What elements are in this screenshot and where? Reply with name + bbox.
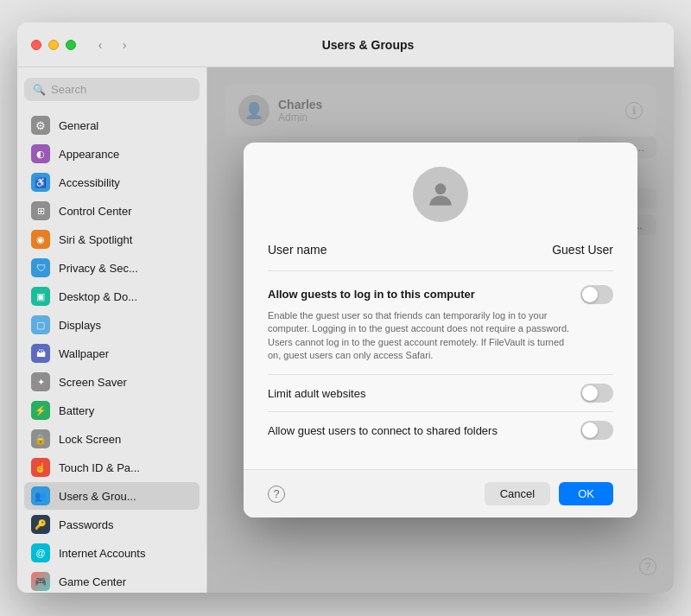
person-icon <box>424 178 457 211</box>
lock-screen-icon: 🔒 <box>31 429 50 448</box>
user-name-label: User name <box>268 243 326 257</box>
sidebar-item-label-appearance: Appearance <box>59 148 119 161</box>
ok-button[interactable]: OK <box>559 482 613 505</box>
sidebar-item-label-game-center: Game Center <box>59 575 126 588</box>
sidebar-item-touch-id[interactable]: ☝ Touch ID & Pa... <box>24 454 200 481</box>
modal-body: User name Guest User Allow guests to log… <box>244 143 637 470</box>
sidebar-item-users-groups[interactable]: 👥 Users & Grou... <box>24 482 200 510</box>
appearance-icon: ◐ <box>31 144 50 163</box>
desktop-icon: ▣ <box>31 287 50 306</box>
guest-user-label: Guest User <box>552 243 613 257</box>
guest-avatar <box>413 167 468 222</box>
sidebar-item-passwords[interactable]: 🔑 Passwords <box>24 511 200 538</box>
sidebar-item-internet-accounts[interactable]: @ Internet Accounts <box>24 539 200 567</box>
limit-adult-label: Limit adult websites <box>268 387 365 400</box>
sidebar-item-control-center[interactable]: ⊞ Control Center <box>24 197 200 225</box>
shared-folders-label: Allow guest users to connect to shared f… <box>268 424 498 437</box>
sidebar-item-label-accessibility: Accessibility <box>59 176 120 189</box>
sidebar-item-general[interactable]: ⚙ General <box>24 111 200 139</box>
limit-adult-knob <box>582 385 598 401</box>
modal-avatar-area <box>268 167 613 222</box>
sidebar-item-label-users-groups: Users & Grou... <box>59 490 136 503</box>
sidebar-item-battery[interactable]: ⚡ Battery <box>24 397 200 424</box>
content-area: 🔍 Search ⚙ General ◐ Appearance ♿ Access… <box>17 67 674 593</box>
traffic-lights <box>31 40 76 50</box>
sidebar-item-label-screen-saver: Screen Saver <box>59 376 127 389</box>
internet-accounts-icon: @ <box>31 543 50 562</box>
sidebar-item-label-displays: Displays <box>59 319 101 332</box>
control-center-icon: ⊞ <box>31 201 50 220</box>
screen-saver-icon: ✦ <box>31 372 50 391</box>
touch-id-icon: ☝ <box>31 458 50 477</box>
main-window: ‹ › Users & Groups 🔍 Search ⚙ General ◐ … <box>17 22 674 593</box>
sidebar-item-wallpaper[interactable]: 🏔 Wallpaper <box>24 340 200 367</box>
sidebar-item-label-lock-screen: Lock Screen <box>59 433 121 446</box>
search-icon: 🔍 <box>33 84 46 96</box>
search-bar[interactable]: 🔍 Search <box>24 78 200 101</box>
sidebar-item-label-control-center: Control Center <box>59 205 132 218</box>
search-input[interactable]: Search <box>51 83 86 96</box>
main-panel: 👤 Charles Admin ℹ Add User... Off ✦ Edit… <box>207 67 674 593</box>
close-button[interactable] <box>31 40 41 50</box>
limit-adult-toggle[interactable] <box>580 384 613 403</box>
allow-guests-toggle-row: Allow guests to log in to this computer … <box>268 285 613 363</box>
sidebar-item-label-touch-id: Touch ID & Pa... <box>59 461 140 474</box>
sidebar-item-desktop[interactable]: ▣ Desktop & Do... <box>24 283 200 310</box>
sidebar-item-accessibility[interactable]: ♿ Accessibility <box>24 168 200 196</box>
limit-adult-toggle-row: Limit adult websites <box>268 374 613 411</box>
game-center-icon: 🎮 <box>31 572 50 591</box>
sidebar-item-label-wallpaper: Wallpaper <box>59 347 109 360</box>
accessibility-icon: ♿ <box>31 173 50 192</box>
sidebar-item-screen-saver[interactable]: ✦ Screen Saver <box>24 368 200 396</box>
sidebar-item-privacy[interactable]: 🛡 Privacy & Sec... <box>24 254 200 282</box>
sidebar: 🔍 Search ⚙ General ◐ Appearance ♿ Access… <box>17 67 207 593</box>
sidebar-item-appearance[interactable]: ◐ Appearance <box>24 140 200 168</box>
sidebar-item-label-siri: Siri & Spotlight <box>59 233 132 246</box>
passwords-icon: 🔑 <box>31 515 50 534</box>
sidebar-item-label-passwords: Passwords <box>59 518 114 531</box>
general-icon: ⚙ <box>31 116 50 135</box>
sidebar-item-lock-screen[interactable]: 🔒 Lock Screen <box>24 425 200 453</box>
window-title: Users & Groups <box>76 38 660 52</box>
modal-footer: ? Cancel OK <box>244 469 637 518</box>
displays-icon: ▢ <box>31 315 50 334</box>
battery-icon: ⚡ <box>31 401 50 420</box>
shared-folders-toggle[interactable] <box>580 421 613 440</box>
minimize-button[interactable] <box>48 40 59 50</box>
allow-guests-title: Allow guests to log in to this computer <box>268 288 475 301</box>
sidebar-item-label-internet-accounts: Internet Accounts <box>59 547 145 560</box>
maximize-button[interactable] <box>66 40 76 50</box>
sidebar-item-label-general: General <box>59 119 98 132</box>
users-groups-icon: 👥 <box>31 486 50 505</box>
user-name-row: User name Guest User <box>268 243 613 271</box>
sidebar-item-label-battery: Battery <box>59 404 94 417</box>
allow-guests-toggle[interactable] <box>580 285 613 304</box>
cancel-button[interactable]: Cancel <box>485 482 550 505</box>
shared-folders-toggle-row: Allow guest users to connect to shared f… <box>268 411 613 448</box>
sidebar-item-siri[interactable]: ◉ Siri & Spotlight <box>24 225 200 253</box>
sidebar-item-game-center[interactable]: 🎮 Game Center <box>24 568 200 593</box>
modal-overlay: User name Guest User Allow guests to log… <box>207 67 674 593</box>
allow-guests-header: Allow guests to log in to this computer <box>268 285 613 304</box>
privacy-icon: 🛡 <box>31 258 50 277</box>
svg-point-0 <box>435 183 447 194</box>
guest-user-modal: User name Guest User Allow guests to log… <box>244 143 637 518</box>
allow-guests-knob <box>582 287 598 302</box>
footer-buttons: Cancel OK <box>485 482 613 505</box>
title-bar: ‹ › Users & Groups <box>17 22 674 67</box>
sidebar-item-label-privacy: Privacy & Sec... <box>59 262 138 275</box>
modal-help-button[interactable]: ? <box>268 486 285 503</box>
sidebar-item-displays[interactable]: ▢ Displays <box>24 311 200 339</box>
allow-guests-description: Enable the guest user so that friends ca… <box>268 309 613 363</box>
siri-icon: ◉ <box>31 230 50 249</box>
wallpaper-icon: 🏔 <box>31 344 50 363</box>
shared-folders-knob <box>582 422 598 438</box>
sidebar-item-label-desktop: Desktop & Do... <box>59 290 137 303</box>
